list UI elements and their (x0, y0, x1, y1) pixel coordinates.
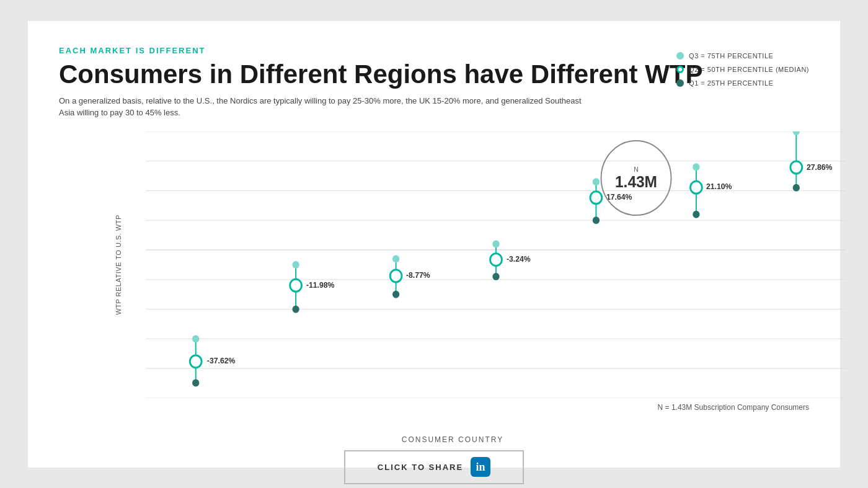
svg-point-48 (693, 163, 699, 171)
share-text: Click to Share (378, 463, 463, 472)
svg-point-51 (790, 161, 802, 174)
legend-q3: Q3 = 75th Percentile (676, 52, 809, 60)
n-note: N = 1.43M Subscription Company Consumers (658, 403, 809, 412)
y-axis-label: WTP Relative to U.S. WTP (115, 215, 122, 315)
svg-point-41 (590, 191, 602, 203)
consumer-country-label: Consumer Country (96, 435, 809, 444)
svg-text:17.64%: 17.64% (606, 192, 632, 201)
svg-text:27.86%: 27.86% (807, 162, 832, 171)
legend-q1-dot (676, 79, 684, 87)
svg-point-33 (392, 255, 399, 262)
main-card: Q3 = 75th Percentile Q2 = 50th Percentil… (28, 21, 840, 468)
description: On a generalized basis, relative to the … (59, 95, 598, 119)
legend: Q3 = 75th Percentile Q2 = 50th Percentil… (676, 52, 809, 87)
legend-q1: Q1 = 25th Percentile (676, 79, 809, 87)
svg-point-26 (290, 279, 302, 291)
legend-q3-label: Q3 = 75th Percentile (689, 52, 773, 60)
legend-q2-label: Q2 = 50th Percentile (Median) (689, 66, 809, 73)
svg-point-43 (593, 178, 600, 185)
svg-point-42 (593, 216, 600, 224)
svg-text:21.10%: 21.10% (706, 182, 732, 190)
linkedin-icon: in (471, 457, 490, 477)
legend-q2: Q2 = 50th Percentile (Median) (676, 66, 809, 73)
svg-text:-11.98%: -11.98% (306, 280, 335, 289)
svg-text:-3.24%: -3.24% (507, 254, 531, 263)
chart-svg: 40% 30% 20% 10% 0% -10% -20% -30% -40% -… (146, 131, 846, 398)
legend-q3-dot (676, 52, 684, 60)
svg-point-22 (192, 379, 199, 386)
legend-q1-label: Q1 = 25th Percentile (689, 79, 773, 87)
svg-text:1.43M: 1.43M (615, 172, 657, 190)
svg-point-32 (392, 290, 399, 298)
svg-point-27 (292, 305, 299, 313)
svg-point-47 (693, 210, 699, 218)
svg-point-23 (192, 335, 199, 342)
svg-point-53 (793, 131, 800, 135)
share-button[interactable]: Click to Share in (344, 450, 524, 484)
svg-point-37 (492, 273, 499, 280)
svg-text:-8.77%: -8.77% (406, 270, 430, 279)
svg-point-46 (690, 181, 702, 193)
svg-point-38 (492, 240, 499, 247)
chart-area: WTP Relative to U.S. WTP (108, 131, 809, 398)
svg-text:N: N (634, 165, 638, 172)
svg-point-28 (292, 261, 299, 268)
svg-point-21 (190, 355, 202, 368)
svg-point-36 (490, 253, 502, 265)
svg-text:-37.62%: -37.62% (207, 356, 236, 365)
svg-point-52 (793, 184, 800, 191)
legend-q2-dot (676, 66, 684, 73)
svg-point-31 (390, 270, 402, 282)
